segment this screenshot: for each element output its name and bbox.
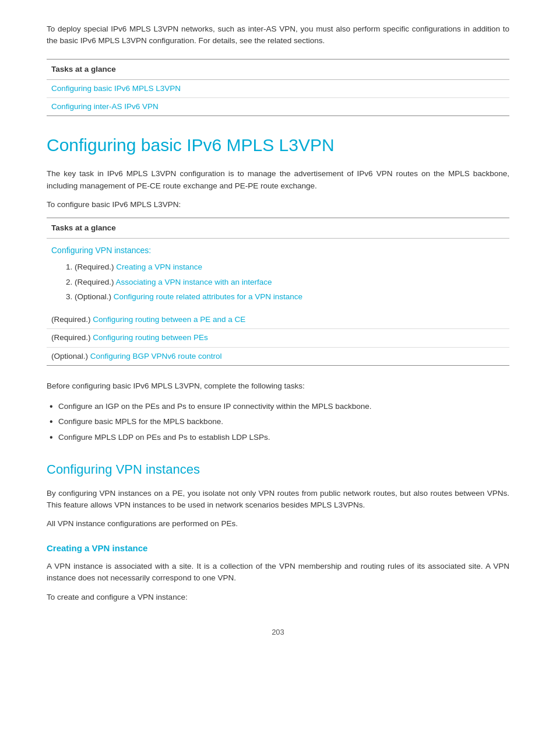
extra-row-2-prefix: (Required.)	[51, 333, 91, 342]
top-tasks-table: Tasks at a glance Configuring basic IPv6…	[47, 59, 509, 117]
section1-body2: To configure basic IPv6 MPLS L3VPN:	[47, 199, 509, 211]
subsection-body1: A VPN instance is associated with a site…	[47, 561, 509, 584]
bullet-1: Configure an IGP on the PEs and Ps to en…	[47, 399, 509, 414]
link-inter-as-ipv6[interactable]: Configuring inter-AS IPv6 VPN	[51, 102, 159, 111]
subsection-body2: To create and configure a VPN instance:	[47, 592, 509, 603]
link-assoc-vpn-interface[interactable]: Associating a VPN instance with an inter…	[116, 278, 272, 286]
top-tasks-header: Tasks at a glance	[47, 60, 509, 80]
numbered-task-1: (Required.) Creating a VPN instance	[75, 261, 505, 273]
task1-prefix: (Required.)	[75, 262, 114, 271]
bullet-3: Configure MPLS LDP on PEs and Ps to esta…	[47, 430, 509, 445]
extra-row-1-prefix: (Required.)	[51, 315, 91, 324]
section1-body1: The key task in IPv6 MPLS L3VPN configur…	[47, 168, 509, 192]
bullet-2: Configure basic MPLS for the MPLS backbo…	[47, 414, 509, 429]
inner-tasks-body: Configuring VPN instances: (Required.) C…	[47, 239, 509, 311]
extra-row-3[interactable]: (Optional.) Configuring BGP VPNv6 route …	[47, 348, 509, 365]
task2-prefix: (Required.)	[75, 278, 114, 286]
section2-title: Configuring VPN instances	[47, 460, 509, 479]
link-bgp-vpnv6[interactable]: Configuring BGP VPNv6 route control	[90, 352, 222, 360]
extra-row-3-prefix: (Optional.)	[51, 352, 88, 360]
link-routing-pes[interactable]: Configuring routing between PEs	[93, 333, 207, 342]
extra-row-1[interactable]: (Required.) Configuring routing between …	[47, 311, 509, 329]
numbered-tasks-list: (Required.) Creating a VPN instance (Req…	[75, 261, 505, 303]
inner-tasks-table: Tasks at a glance Configuring VPN instan…	[47, 218, 509, 366]
page-number: 203	[47, 626, 509, 638]
section1-body3: Before configuring basic IPv6 MPLS L3VPN…	[47, 380, 509, 392]
link-create-vpn[interactable]: Creating a VPN instance	[116, 262, 202, 271]
numbered-task-2: (Required.) Associating a VPN instance w…	[75, 276, 505, 288]
section2-body1: By configuring VPN instances on a PE, yo…	[47, 488, 509, 512]
link-config-route-attrs[interactable]: Configuring route related attributes for…	[114, 292, 302, 301]
numbered-task-3: (Optional.) Configuring route related at…	[75, 291, 505, 303]
prerequisites-list: Configure an IGP on the PEs and Ps to en…	[47, 399, 509, 445]
subsection-title: Creating a VPN instance	[47, 542, 509, 555]
page: To deploy special IPv6 MPLS L3VPN networ…	[0, 0, 556, 756]
link-routing-pe-ce[interactable]: Configuring routing between a PE and a C…	[93, 315, 245, 324]
task3-prefix: (Optional.)	[75, 292, 111, 301]
top-task-row-1[interactable]: Configuring basic IPv6 MPLS L3VPN	[47, 80, 509, 98]
link-basic-ipv6-mpls[interactable]: Configuring basic IPv6 MPLS L3VPN	[51, 84, 181, 93]
section1-title: Configuring basic IPv6 MPLS L3VPN	[47, 134, 509, 156]
top-task-row-2[interactable]: Configuring inter-AS IPv6 VPN	[47, 98, 509, 116]
intro-paragraph: To deploy special IPv6 MPLS L3VPN networ…	[47, 23, 509, 47]
inner-tasks-header: Tasks at a glance	[47, 218, 509, 239]
section2-body2: All VPN instance configurations are perf…	[47, 518, 509, 530]
vpn-instances-link[interactable]: Configuring VPN instances:	[51, 246, 151, 255]
vpn-instances-section: Configuring VPN instances:	[51, 244, 505, 257]
extra-row-2[interactable]: (Required.) Configuring routing between …	[47, 329, 509, 347]
